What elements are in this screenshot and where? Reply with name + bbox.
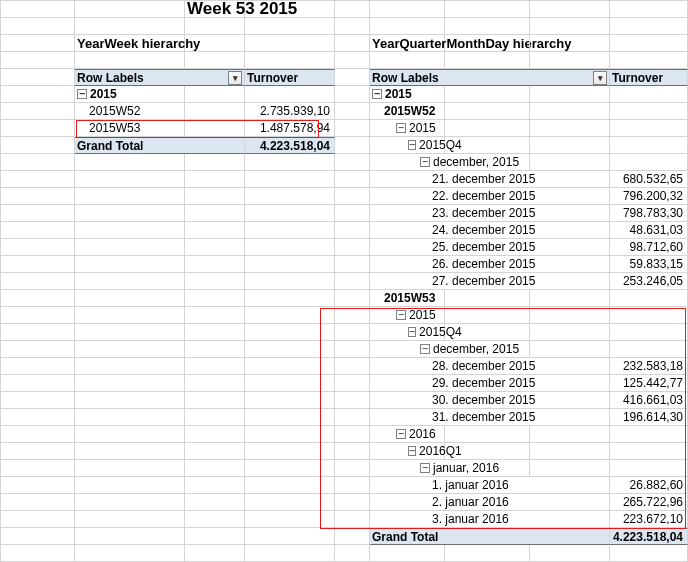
right-d27-value: 253.246,05 xyxy=(610,273,688,290)
right-turnover-header: Turnover xyxy=(610,69,688,86)
left-w52-label: 2015W52 xyxy=(75,103,185,120)
right-w53-2016[interactable]: −2016 xyxy=(370,426,445,443)
right-w53-q4[interactable]: −2015Q4 xyxy=(370,324,445,341)
right-d30-label: 30. december 2015 xyxy=(370,392,610,409)
right-w53-q1[interactable]: −2016Q1 xyxy=(370,443,445,460)
right-rowlabels-header[interactable]: Row Labels ▾ xyxy=(370,69,610,86)
left-rowlabels-header[interactable]: Row Labels ▾ xyxy=(75,69,245,86)
right-w53: 2015W53 xyxy=(370,290,445,307)
right-d22-label: 22. december 2015 xyxy=(370,188,610,205)
right-j2-value: 265.722,96 xyxy=(610,494,688,511)
right-d30-value: 416.661,03 xyxy=(610,392,688,409)
right-d31-label: 31. december 2015 xyxy=(370,409,610,426)
right-w53-2015[interactable]: −2015 xyxy=(370,307,445,324)
right-d22-value: 796.200,32 xyxy=(610,188,688,205)
right-d21-value: 680.532,65 xyxy=(610,171,688,188)
page-title: Week 53 2015 xyxy=(185,1,245,18)
left-w53-label: 2015W53 xyxy=(75,120,185,137)
collapse-icon[interactable]: − xyxy=(77,89,87,99)
right-w52-2015[interactable]: −2015 xyxy=(370,120,445,137)
right-d29-label: 29. december 2015 xyxy=(370,375,610,392)
collapse-icon[interactable]: − xyxy=(408,327,416,337)
right-j2-label: 2. januar 2016 xyxy=(370,494,610,511)
right-d25-value: 98.712,60 xyxy=(610,239,688,256)
right-d28-value: 232.583,18 xyxy=(610,358,688,375)
collapse-icon[interactable]: − xyxy=(408,140,416,150)
collapse-icon[interactable]: − xyxy=(372,89,382,99)
right-w52-q4[interactable]: −2015Q4 xyxy=(370,137,445,154)
left-section-header: YearWeek hierarchy xyxy=(75,35,185,52)
right-grand-label: Grand Total xyxy=(370,528,610,545)
left-grand-value: 4.223.518,04 xyxy=(245,137,335,154)
collapse-icon[interactable]: − xyxy=(396,429,406,439)
right-d29-value: 125.442,77 xyxy=(610,375,688,392)
collapse-icon[interactable]: − xyxy=(420,463,430,473)
right-w53-dec[interactable]: −december, 2015 xyxy=(370,341,530,358)
right-d27-label: 27. december 2015 xyxy=(370,273,610,290)
right-w53-jan[interactable]: −januar, 2016 xyxy=(370,460,530,477)
left-2015[interactable]: −2015 xyxy=(75,86,185,103)
collapse-icon[interactable]: − xyxy=(420,344,430,354)
right-j3-label: 3. januar 2016 xyxy=(370,511,610,528)
filter-icon[interactable]: ▾ xyxy=(228,71,242,85)
right-section-header: YearQuarterMonthDay hierarchy xyxy=(370,35,445,52)
left-w53-value: 1.487.578,94 xyxy=(245,120,335,137)
right-w52-dec[interactable]: −december, 2015 xyxy=(370,154,530,171)
collapse-icon[interactable]: − xyxy=(408,446,416,456)
collapse-icon[interactable]: − xyxy=(420,157,430,167)
right-j1-label: 1. januar 2016 xyxy=(370,477,610,494)
right-d31-value: 196.614,30 xyxy=(610,409,688,426)
right-j1-value: 26.882,60 xyxy=(610,477,688,494)
spreadsheet-grid: Week 53 2015 YearWeek hierarchy YearQuar… xyxy=(0,0,688,562)
right-d25-label: 25. december 2015 xyxy=(370,239,610,256)
right-d21-label: 21. december 2015 xyxy=(370,171,610,188)
right-d28-label: 28. december 2015 xyxy=(370,358,610,375)
right-d26-label: 26. december 2015 xyxy=(370,256,610,273)
right-d23-label: 23. december 2015 xyxy=(370,205,610,222)
left-turnover-header: Turnover xyxy=(245,69,335,86)
filter-icon[interactable]: ▾ xyxy=(593,71,607,85)
collapse-icon[interactable]: − xyxy=(396,310,406,320)
left-w52-value: 2.735.939,10 xyxy=(245,103,335,120)
left-grand-label: Grand Total xyxy=(75,137,245,154)
right-w52: 2015W52 xyxy=(370,103,445,120)
right-grand-value: 4.223.518,04 xyxy=(610,528,688,545)
right-d23-value: 798.783,30 xyxy=(610,205,688,222)
right-d24-label: 24. december 2015 xyxy=(370,222,610,239)
right-j3-value: 223.672,10 xyxy=(610,511,688,528)
right-d26-value: 59.833,15 xyxy=(610,256,688,273)
collapse-icon[interactable]: − xyxy=(396,123,406,133)
right-2015[interactable]: −2015 xyxy=(370,86,445,103)
right-d24-value: 48.631,03 xyxy=(610,222,688,239)
